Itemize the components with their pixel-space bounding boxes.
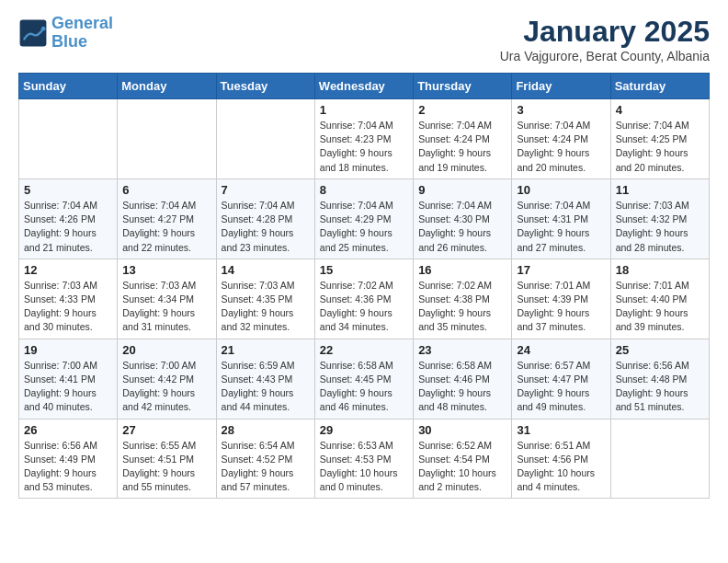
day-number: 21: [222, 343, 310, 357]
day-cell: 19Sunrise: 7:00 AM Sunset: 4:41 PM Dayli…: [19, 339, 118, 419]
day-number: 25: [616, 343, 704, 357]
day-number: 2: [418, 103, 506, 117]
header: General Blue January 2025 Ura Vajgurore,…: [18, 15, 710, 63]
day-number: 4: [616, 103, 704, 117]
day-cell: 12Sunrise: 7:03 AM Sunset: 4:33 PM Dayli…: [19, 259, 118, 339]
day-info: Sunrise: 7:00 AM Sunset: 4:41 PM Dayligh…: [24, 359, 112, 415]
day-info: Sunrise: 6:56 AM Sunset: 4:48 PM Dayligh…: [616, 359, 704, 415]
day-info: Sunrise: 6:52 AM Sunset: 4:54 PM Dayligh…: [418, 439, 506, 495]
weekday-header-sunday: Sunday: [19, 74, 118, 99]
day-info: Sunrise: 7:02 AM Sunset: 4:36 PM Dayligh…: [320, 279, 408, 335]
week-row-1: 1Sunrise: 7:04 AM Sunset: 4:23 PM Daylig…: [19, 99, 710, 179]
day-info: Sunrise: 6:58 AM Sunset: 4:45 PM Dayligh…: [320, 359, 408, 415]
day-cell: 28Sunrise: 6:54 AM Sunset: 4:52 PM Dayli…: [216, 419, 314, 499]
logo-blue: Blue: [51, 32, 87, 51]
day-cell: 7Sunrise: 7:04 AM Sunset: 4:28 PM Daylig…: [216, 178, 314, 259]
calendar-table: SundayMondayTuesdayWednesdayThursdayFrid…: [18, 73, 710, 499]
title-block: January 2025 Ura Vajgurore, Berat County…: [500, 15, 710, 63]
day-cell: 22Sunrise: 6:58 AM Sunset: 4:45 PM Dayli…: [314, 339, 413, 419]
logo-icon: [18, 18, 48, 48]
week-row-3: 12Sunrise: 7:03 AM Sunset: 4:33 PM Dayli…: [19, 259, 710, 339]
day-info: Sunrise: 6:53 AM Sunset: 4:53 PM Dayligh…: [320, 439, 408, 495]
day-cell: 16Sunrise: 7:02 AM Sunset: 4:38 PM Dayli…: [414, 259, 512, 339]
weekday-header-tuesday: Tuesday: [216, 74, 314, 99]
day-cell: 24Sunrise: 6:57 AM Sunset: 4:47 PM Dayli…: [512, 339, 610, 419]
day-cell: 31Sunrise: 6:51 AM Sunset: 4:56 PM Dayli…: [512, 419, 610, 499]
svg-point-1: [41, 27, 46, 31]
day-info: Sunrise: 7:04 AM Sunset: 4:24 PM Dayligh…: [418, 119, 506, 175]
day-number: 24: [517, 343, 605, 357]
day-cell: 18Sunrise: 7:01 AM Sunset: 4:40 PM Dayli…: [610, 259, 709, 339]
weekday-header-saturday: Saturday: [610, 74, 709, 99]
day-info: Sunrise: 7:03 AM Sunset: 4:33 PM Dayligh…: [24, 279, 112, 335]
day-number: 10: [517, 183, 605, 197]
day-number: 18: [616, 263, 704, 277]
subtitle: Ura Vajgurore, Berat County, Albania: [500, 49, 710, 63]
day-cell: [216, 99, 314, 179]
weekday-header-wednesday: Wednesday: [314, 74, 413, 99]
day-cell: [610, 419, 709, 499]
day-cell: 30Sunrise: 6:52 AM Sunset: 4:54 PM Dayli…: [414, 419, 512, 499]
day-info: Sunrise: 6:54 AM Sunset: 4:52 PM Dayligh…: [222, 439, 310, 495]
day-cell: 10Sunrise: 7:04 AM Sunset: 4:31 PM Dayli…: [512, 178, 610, 259]
day-number: 29: [320, 423, 408, 437]
day-number: 6: [122, 183, 210, 197]
svg-rect-0: [20, 19, 47, 46]
day-cell: 20Sunrise: 7:00 AM Sunset: 4:42 PM Dayli…: [118, 339, 216, 419]
day-number: 20: [122, 343, 210, 357]
day-number: 12: [24, 263, 112, 277]
day-number: 19: [24, 343, 112, 357]
week-row-5: 26Sunrise: 6:56 AM Sunset: 4:49 PM Dayli…: [19, 419, 710, 499]
day-info: Sunrise: 6:51 AM Sunset: 4:56 PM Dayligh…: [517, 439, 605, 495]
day-info: Sunrise: 7:02 AM Sunset: 4:38 PM Dayligh…: [418, 279, 506, 335]
day-info: Sunrise: 6:56 AM Sunset: 4:49 PM Dayligh…: [24, 439, 112, 495]
day-cell: 11Sunrise: 7:03 AM Sunset: 4:32 PM Dayli…: [610, 178, 709, 259]
day-cell: 9Sunrise: 7:04 AM Sunset: 4:30 PM Daylig…: [414, 178, 512, 259]
day-cell: 15Sunrise: 7:02 AM Sunset: 4:36 PM Dayli…: [314, 259, 413, 339]
day-info: Sunrise: 7:03 AM Sunset: 4:32 PM Dayligh…: [616, 199, 704, 255]
day-number: 3: [517, 103, 605, 117]
day-cell: 21Sunrise: 6:59 AM Sunset: 4:43 PM Dayli…: [216, 339, 314, 419]
day-number: 31: [517, 423, 605, 437]
day-info: Sunrise: 7:01 AM Sunset: 4:40 PM Dayligh…: [616, 279, 704, 335]
day-info: Sunrise: 7:04 AM Sunset: 4:24 PM Dayligh…: [517, 119, 605, 175]
day-number: 8: [320, 183, 408, 197]
day-cell: 13Sunrise: 7:03 AM Sunset: 4:34 PM Dayli…: [118, 259, 216, 339]
weekday-header-thursday: Thursday: [414, 74, 512, 99]
day-cell: 26Sunrise: 6:56 AM Sunset: 4:49 PM Dayli…: [19, 419, 118, 499]
day-number: 30: [418, 423, 506, 437]
day-info: Sunrise: 7:00 AM Sunset: 4:42 PM Dayligh…: [122, 359, 210, 415]
day-cell: 6Sunrise: 7:04 AM Sunset: 4:27 PM Daylig…: [118, 178, 216, 259]
day-number: 23: [418, 343, 506, 357]
day-info: Sunrise: 7:03 AM Sunset: 4:35 PM Dayligh…: [222, 279, 310, 335]
day-info: Sunrise: 7:04 AM Sunset: 4:23 PM Dayligh…: [320, 119, 408, 175]
day-cell: 4Sunrise: 7:04 AM Sunset: 4:25 PM Daylig…: [610, 99, 709, 179]
day-info: Sunrise: 7:04 AM Sunset: 4:25 PM Dayligh…: [616, 119, 704, 175]
day-cell: 25Sunrise: 6:56 AM Sunset: 4:48 PM Dayli…: [610, 339, 709, 419]
logo: General Blue: [18, 15, 113, 52]
day-info: Sunrise: 6:58 AM Sunset: 4:46 PM Dayligh…: [418, 359, 506, 415]
page: General Blue January 2025 Ura Vajgurore,…: [0, 0, 728, 513]
day-number: 17: [517, 263, 605, 277]
day-number: 22: [320, 343, 408, 357]
weekday-header-monday: Monday: [118, 74, 216, 99]
day-cell: 2Sunrise: 7:04 AM Sunset: 4:24 PM Daylig…: [414, 99, 512, 179]
day-info: Sunrise: 6:59 AM Sunset: 4:43 PM Dayligh…: [222, 359, 310, 415]
day-cell: [118, 99, 216, 179]
day-cell: 23Sunrise: 6:58 AM Sunset: 4:46 PM Dayli…: [414, 339, 512, 419]
day-info: Sunrise: 7:04 AM Sunset: 4:27 PM Dayligh…: [122, 199, 210, 255]
day-cell: [19, 99, 118, 179]
day-info: Sunrise: 6:57 AM Sunset: 4:47 PM Dayligh…: [517, 359, 605, 415]
day-number: 27: [122, 423, 210, 437]
day-info: Sunrise: 7:04 AM Sunset: 4:26 PM Dayligh…: [24, 199, 112, 255]
day-cell: 1Sunrise: 7:04 AM Sunset: 4:23 PM Daylig…: [314, 99, 413, 179]
day-info: Sunrise: 7:04 AM Sunset: 4:29 PM Dayligh…: [320, 199, 408, 255]
day-cell: 5Sunrise: 7:04 AM Sunset: 4:26 PM Daylig…: [19, 178, 118, 259]
day-cell: 27Sunrise: 6:55 AM Sunset: 4:51 PM Dayli…: [118, 419, 216, 499]
day-cell: 29Sunrise: 6:53 AM Sunset: 4:53 PM Dayli…: [314, 419, 413, 499]
day-number: 1: [320, 103, 408, 117]
week-row-2: 5Sunrise: 7:04 AM Sunset: 4:26 PM Daylig…: [19, 178, 710, 259]
day-number: 5: [24, 183, 112, 197]
day-number: 9: [418, 183, 506, 197]
day-cell: 3Sunrise: 7:04 AM Sunset: 4:24 PM Daylig…: [512, 99, 610, 179]
